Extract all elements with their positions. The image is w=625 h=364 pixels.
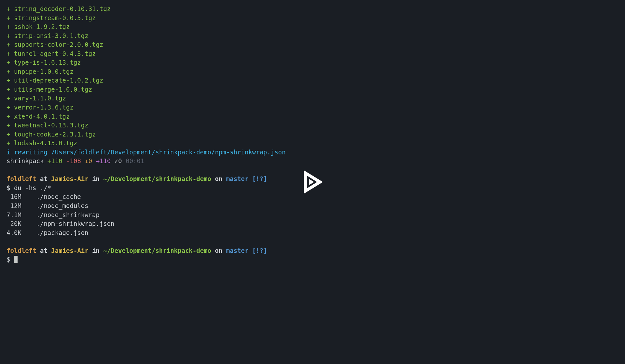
du-line: 20K ./npm-shrinkwrap.json [7,219,618,228]
package-line: + lodash-4.15.0.tgz [7,139,618,148]
package-line: + supports-color-2.0.0.tgz [7,40,618,49]
du-line: 4.0K ./package.json [7,228,618,238]
play-icon [298,167,327,197]
package-line: + tweetnacl-0.13.3.tgz [7,121,618,130]
package-line: + unpipe-1.0.0.tgz [7,67,618,76]
package-line: + tunnel-agent-0.4.3.tgz [7,49,618,58]
play-button[interactable] [298,167,327,197]
package-line: + verror-1.3.6.tgz [7,103,618,112]
prompt-line: foldleft at Jamies-Air in ~/Development/… [7,246,618,255]
terminal-output: + string_decoder-0.10.31.tgz + stringstr… [7,5,618,264]
du-line: 12M ./node_modules [7,202,618,211]
du-line: 7.1M ./node_shrinkwrap [7,211,618,220]
package-line: + utils-merge-1.0.0.tgz [7,85,618,94]
blank-line [7,237,618,246]
package-line: + xtend-4.0.1.tgz [7,112,618,121]
package-line: + tough-cookie-2.3.1.tgz [7,130,618,139]
package-line: + string_decoder-0.10.31.tgz [7,5,618,14]
rewrite-line: i rewriting /Users/foldleft/Development/… [7,148,618,157]
cursor [14,256,18,263]
package-line: + type-is-1.6.13.tgz [7,58,618,67]
package-line: + vary-1.1.0.tgz [7,94,618,103]
package-line: + stringstream-0.0.5.tgz [7,14,618,23]
package-line: + strip-ansi-3.0.1.tgz [7,32,618,41]
summary-line: shrinkpack +110 -108 ↓0 →110 ✓0 00:01 [7,157,618,166]
package-line: + sshpk-1.9.2.tgz [7,22,618,32]
prompt-sigil-line[interactable]: $ [7,255,618,264]
package-line: + util-deprecate-1.0.2.tgz [7,76,618,85]
